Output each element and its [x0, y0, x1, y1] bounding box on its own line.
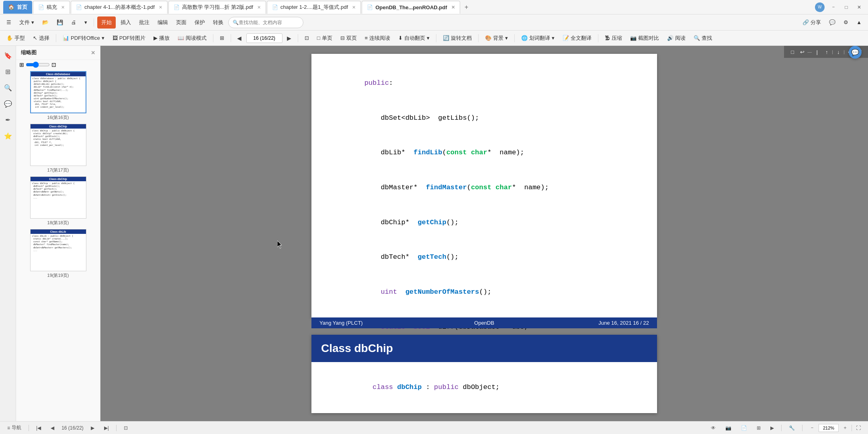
- slide-ctrl-5[interactable]: ↓: [834, 47, 843, 56]
- thumbnail-size-slider[interactable]: [26, 61, 50, 68]
- sidebar-bookmark-icon[interactable]: 🔖: [2, 49, 14, 62]
- tab-math-close[interactable]: ✕: [257, 5, 261, 10]
- next-page-btn[interactable]: ▶: [284, 33, 295, 43]
- tab-chapter1-close[interactable]: ✕: [352, 5, 356, 10]
- save-btn[interactable]: 💾: [53, 16, 66, 29]
- sidebar-star-icon[interactable]: ⭐: [2, 129, 14, 142]
- double-page-btn[interactable]: ⊟ 双页: [337, 32, 360, 44]
- open-btn[interactable]: 📂: [39, 16, 52, 29]
- pdf-img-btn[interactable]: 🖼 PDF转图片: [109, 32, 149, 44]
- select-btn[interactable]: ↖ 选择: [30, 32, 53, 44]
- status-first-page[interactable]: |◀: [34, 424, 43, 432]
- wps-share-btn[interactable]: 🔗 分享: [799, 16, 824, 29]
- footer-pagination: June 16, 2021 16 / 22: [539, 320, 649, 326]
- zoom-out-btn[interactable]: －: [807, 424, 817, 432]
- tab-opendb[interactable]: 📄 OpenDB_The...penROAD.pdf ✕: [362, 1, 460, 14]
- minimize-button[interactable]: －: [828, 2, 839, 13]
- prev-page-btn[interactable]: ◀: [234, 33, 245, 43]
- pdf-office-btn[interactable]: 📊 PDF转Office ▾: [59, 32, 108, 44]
- hand-btn[interactable]: ✋ 手型: [3, 32, 28, 44]
- status-last-page[interactable]: ▶|: [102, 424, 111, 432]
- status-camera-btn[interactable]: 📷: [723, 424, 734, 432]
- tab-math[interactable]: 📄 高散数学 学习指...折 第2版.pdf ✕: [168, 1, 266, 14]
- status-grid-btn[interactable]: ⊞: [754, 424, 763, 432]
- tab-draft-close[interactable]: ✕: [61, 5, 65, 10]
- background-btn[interactable]: 🎨 背景 ▾: [482, 32, 511, 44]
- tab-draft[interactable]: 📄 稿充 ✕: [33, 1, 70, 14]
- screenshot-btn[interactable]: 📷 截图对比: [627, 32, 662, 44]
- slide-ctrl-2[interactable]: ↩: [798, 47, 807, 56]
- rotate-icons-btn[interactable]: ⊞: [217, 32, 227, 44]
- status-tools-btn[interactable]: 🔧: [786, 424, 797, 432]
- sidebar-comment-icon[interactable]: 💬: [2, 97, 14, 110]
- thumbnail-page17[interactable]: Class dbChip class dbChip : public dbObj…: [18, 124, 98, 173]
- float-action-button[interactable]: 💬: [849, 46, 862, 59]
- slide-ctrl-4[interactable]: ↑: [822, 47, 831, 56]
- slide-ctrl-1[interactable]: □: [788, 47, 797, 56]
- status-eye-btn[interactable]: 👁: [708, 424, 718, 432]
- maximize-button[interactable]: □: [841, 2, 852, 13]
- zoom-in-btn[interactable]: ＋: [840, 424, 850, 432]
- status-next-page[interactable]: ▶: [88, 424, 97, 432]
- menu-btn[interactable]: ☰: [3, 16, 14, 29]
- rotate-doc-icon: 🔄: [443, 35, 449, 41]
- print-btn[interactable]: 🖨: [68, 16, 80, 29]
- sidebar-search-icon[interactable]: 🔍: [2, 81, 14, 94]
- thumbnail-page16[interactable]: Class dbDatabase class dbDatabase : publ…: [18, 71, 98, 121]
- read-mode-btn[interactable]: 📖 阅读模式: [174, 32, 210, 44]
- tab-opendb-close[interactable]: ✕: [451, 5, 455, 10]
- sidebar-close-icon[interactable]: ✕: [91, 50, 95, 56]
- compress-btn[interactable]: 🗜 压缩: [602, 32, 625, 44]
- tab-chapter1[interactable]: 📄 chapter 1-2....题1_等值式.pdf ✕: [267, 1, 361, 14]
- sidebar-pen-icon[interactable]: ✒: [2, 113, 14, 126]
- zoom-input[interactable]: [819, 424, 839, 432]
- find-btn[interactable]: 🔍 查找: [690, 32, 715, 44]
- comment-btn[interactable]: 批注: [136, 16, 153, 29]
- settings-icon: ⚙: [843, 19, 848, 25]
- open-red-btn[interactable]: 开始: [97, 16, 116, 29]
- comment2-icon: 💬: [829, 19, 835, 25]
- undo-dropdown[interactable]: ▾: [81, 16, 90, 29]
- settings-btn[interactable]: ⚙: [840, 16, 852, 29]
- tab-home[interactable]: 🏠 首页: [3, 1, 32, 14]
- status-prev-page[interactable]: ◀: [48, 424, 57, 432]
- search-icon: 🔍: [233, 20, 239, 25]
- thumbnail-img-17: Class dbChip class dbChip : public dbObj…: [30, 124, 86, 166]
- nav-btn[interactable]: ≡ 导航: [5, 424, 24, 432]
- thumbnail-page19[interactable]: Class dbLib class dbLib : public dbObjec…: [18, 229, 98, 278]
- protect-btn[interactable]: 保护: [191, 16, 208, 29]
- status-fit-page[interactable]: ⊡: [121, 424, 130, 432]
- slide-ctrl-3[interactable]: |: [813, 47, 821, 56]
- page-btn[interactable]: 页面: [173, 16, 190, 29]
- new-tab-button[interactable]: +: [461, 2, 472, 13]
- fullscreen-btn[interactable]: ⛶: [854, 424, 863, 432]
- status-doc-btn[interactable]: 📄: [739, 424, 749, 432]
- insert-btn[interactable]: 插入: [117, 16, 134, 29]
- background-icon: 🎨: [485, 35, 491, 41]
- chevron-up-btn[interactable]: ▲: [853, 16, 865, 29]
- continuous-btn[interactable]: ≡ 连续阅读: [362, 32, 394, 44]
- comment2-btn[interactable]: 💬: [826, 16, 839, 29]
- status-play-btn[interactable]: ▶: [768, 424, 776, 432]
- thumbnail-page18[interactable]: Class dbChip class dbChip : public dbObj…: [18, 176, 98, 226]
- sidebar-thumbnail-icon[interactable]: ⊞: [2, 65, 14, 78]
- pdf-viewer[interactable]: 💬 □ ↩ — | ↑ | ↓ | ↩ ↺ public: dbSet<dbLi…: [100, 46, 868, 421]
- file-menu[interactable]: 文件 ▾: [16, 16, 37, 29]
- page-number-input[interactable]: [246, 33, 283, 43]
- convert-btn[interactable]: 转换: [210, 16, 227, 29]
- fit-page-btn[interactable]: ⊡: [301, 32, 312, 44]
- search-box[interactable]: 🔍: [228, 17, 303, 28]
- translate-btn[interactable]: 🌐 划词翻译 ▾: [518, 32, 558, 44]
- close-button[interactable]: ✕: [854, 2, 865, 13]
- rotate-doc-btn[interactable]: 🔄 旋转文档: [440, 32, 475, 44]
- auto-scroll-btn[interactable]: ⬇ 自动翻页 ▾: [395, 32, 433, 44]
- single-page-btn[interactable]: □ 单页: [314, 32, 336, 44]
- read-btn[interactable]: 🔊 阅读: [664, 32, 689, 44]
- play-btn[interactable]: ▶ 播放: [150, 32, 173, 44]
- search-input[interactable]: [239, 20, 299, 25]
- tab-chapter4-close[interactable]: ✕: [159, 5, 162, 10]
- hand-label: 手型: [14, 35, 25, 42]
- tab-chapter4[interactable]: 📄 chapter 4-1...的基本概念-1.pdf ✕: [71, 1, 168, 14]
- edit-btn[interactable]: 编辑: [154, 16, 171, 29]
- full-translate-btn[interactable]: 📝 全文翻译: [559, 32, 595, 44]
